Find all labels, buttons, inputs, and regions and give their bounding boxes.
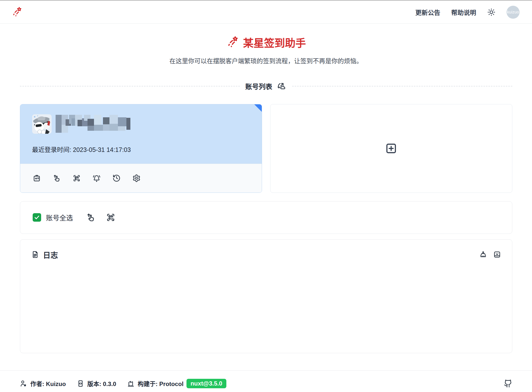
shooting-star-logo-icon[interactable] — [11, 6, 22, 18]
hero-section: 某星签到助手 在这里你可以在摆脱客户端繁琐的签到流程，让签到不再是你的烦恼。 — [20, 35, 512, 65]
settings-gear-icon[interactable] — [132, 174, 141, 182]
user-avatar[interactable]: kuizuo — [507, 6, 520, 19]
archive-icon[interactable] — [493, 251, 501, 259]
page-subtitle: 在这里你可以在摆脱客户端繁琐的签到流程，让签到不再是你的烦恼。 — [20, 56, 512, 65]
footer-build-text: 构建于: Protocol — [138, 379, 183, 388]
account-list-divider: 账号列表 — [20, 81, 512, 91]
github-icon[interactable] — [504, 379, 512, 388]
broom-icon[interactable] — [479, 251, 487, 259]
account-cards-grid: 最近登录时间: 2023-05-31 14:17:03 — [20, 104, 512, 193]
nav-link-help[interactable]: 帮助说明 — [451, 8, 476, 17]
navbar: 更新公告 帮助说明 kuizuo — [0, 1, 532, 24]
tap-icon[interactable] — [53, 174, 61, 182]
shooting-star-icon — [226, 36, 239, 49]
select-all-checkbox[interactable] — [33, 213, 41, 222]
footer: 作者: Kuizuo 版本: 0.3.0 — [0, 370, 532, 392]
selected-corner-badge — [254, 104, 262, 112]
log-title: 日志 — [43, 249, 58, 260]
document-icon — [31, 251, 39, 259]
history-icon[interactable] — [112, 174, 121, 182]
qr-scan-icon[interactable] — [73, 174, 81, 182]
tap-icon[interactable] — [86, 213, 95, 222]
account-actions-bar — [20, 164, 262, 193]
bell-ring-icon[interactable] — [92, 174, 101, 182]
add-card-icon[interactable] — [33, 174, 41, 182]
cloud-sync-icon[interactable] — [277, 82, 287, 90]
build-icon — [127, 380, 135, 387]
plus-square-icon — [385, 142, 397, 154]
account-name-masked — [56, 115, 133, 134]
select-all-label: 账号全选 — [46, 213, 73, 222]
footer-author: 作者: Kuizuo — [20, 379, 66, 388]
page-title-text: 某星签到助手 — [243, 35, 306, 50]
version-icon — [77, 380, 84, 387]
footer-version: 版本: 0.3.0 — [77, 379, 116, 388]
page-title: 某星签到助手 — [226, 35, 306, 50]
add-account-card[interactable] — [270, 104, 512, 193]
nav-link-announcements[interactable]: 更新公告 — [415, 8, 440, 17]
account-card-selected[interactable]: 最近登录时间: 2023-05-31 14:17:03 — [20, 104, 262, 193]
nuxt-version-badge: nuxt@3.5.0 — [186, 379, 226, 388]
account-card-body: 最近登录时间: 2023-05-31 14:17:03 — [20, 104, 262, 164]
account-list-title: 账号列表 — [245, 81, 272, 91]
last-login-time: 最近登录时间: 2023-05-31 14:17:03 — [32, 145, 250, 154]
author-icon — [20, 380, 27, 387]
footer-author-text: 作者: Kuizuo — [30, 379, 66, 388]
main-content: 某星签到助手 在这里你可以在摆脱客户端繁琐的签到流程，让签到不再是你的烦恼。 账… — [20, 35, 512, 353]
divider-dash-left — [20, 86, 240, 86]
log-card: 日志 — [20, 239, 512, 353]
sun-icon[interactable] — [487, 8, 496, 16]
divider-dash-right — [292, 86, 512, 86]
footer-version-text: 版本: 0.3.0 — [87, 379, 116, 388]
footer-build: 构建于: Protocol nuxt@3.5.0 — [127, 379, 226, 388]
qr-scan-icon[interactable] — [106, 213, 115, 222]
log-output-area — [31, 260, 501, 343]
account-avatar — [32, 114, 52, 134]
select-all-row: 账号全选 — [20, 201, 512, 234]
